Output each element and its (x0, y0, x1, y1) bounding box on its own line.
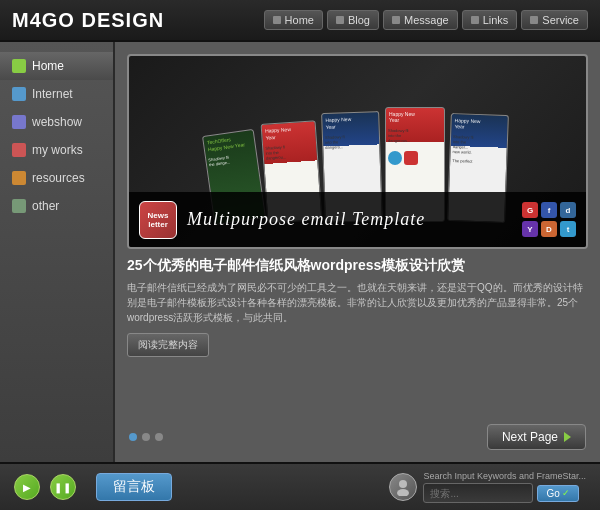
article-text: 电子邮件信纸已经成为了网民必不可少的工具之一。也就在天朝来讲，还是迟于QQ的。而… (127, 280, 588, 325)
featured-image: TechOffersHappy New Year Shadowy flithe … (127, 54, 588, 249)
nav-service[interactable]: Service (521, 10, 588, 30)
nav-links[interactable]: Links (462, 10, 518, 30)
dot-3[interactable] (155, 433, 163, 441)
dot-1[interactable] (129, 433, 137, 441)
social-icons: G f d Y D t (522, 202, 576, 237)
sidebar-item-webshow[interactable]: webshow (0, 108, 113, 136)
header: M4GO DESIGN Home Blog Message Links Serv… (0, 0, 600, 42)
myworks-icon (12, 143, 26, 157)
top-nav: Home Blog Message Links Service (264, 10, 588, 30)
svg-point-0 (399, 480, 407, 488)
delicious-icon[interactable]: d (560, 202, 576, 218)
logo: M4GO DESIGN (12, 9, 164, 32)
comment-button[interactable]: 留言板 (96, 473, 172, 501)
newsletter-banner: Newsletter Multipurpose email Template G… (129, 192, 586, 247)
home-icon (12, 59, 26, 73)
home-nav-icon (273, 16, 281, 24)
message-nav-icon (392, 16, 400, 24)
main-layout: Home Internet webshow my works resources… (0, 42, 600, 462)
internet-icon (12, 87, 26, 101)
nav-blog[interactable]: Blog (327, 10, 379, 30)
play-icon: ▶ (23, 482, 31, 493)
search-avatar-icon (389, 473, 417, 501)
links-nav-icon (471, 16, 479, 24)
newsletter-icon: Newsletter (139, 201, 177, 239)
pagination-dots (129, 433, 163, 441)
webshow-icon (12, 115, 26, 129)
nav-home[interactable]: Home (264, 10, 323, 30)
pagination-row: Next Page (127, 424, 588, 450)
search-area: Search Input Keywords and FrameStar... G… (389, 471, 586, 503)
sidebar-item-myworks[interactable]: my works (0, 136, 113, 164)
search-hint: Search Input Keywords and FrameStar... (423, 471, 586, 481)
sidebar-item-resources[interactable]: resources (0, 164, 113, 192)
nav-message[interactable]: Message (383, 10, 458, 30)
facebook-icon[interactable]: f (541, 202, 557, 218)
article-title: 25个优秀的电子邮件信纸风格wordpress模板设计欣赏 (127, 257, 588, 275)
twitter-icon[interactable]: t (560, 221, 576, 237)
yahoo-icon[interactable]: Y (522, 221, 538, 237)
dot-2[interactable] (142, 433, 150, 441)
next-page-button[interactable]: Next Page (487, 424, 586, 450)
digg-icon[interactable]: D (541, 221, 557, 237)
search-input[interactable] (423, 483, 533, 503)
pause-button[interactable]: ❚❚ (50, 474, 76, 500)
next-page-arrow-icon (564, 432, 571, 442)
pause-icon: ❚❚ (54, 482, 72, 493)
gmail-icon[interactable]: G (522, 202, 538, 218)
sidebar-item-home[interactable]: Home (0, 52, 113, 80)
go-button[interactable]: Go ✓ (537, 485, 578, 502)
play-button[interactable]: ▶ (14, 474, 40, 500)
sidebar: Home Internet webshow my works resources… (0, 42, 115, 462)
svg-point-1 (397, 489, 409, 496)
newsletter-title: Multipurpose email Template (187, 209, 425, 230)
other-icon (12, 199, 26, 213)
go-check-icon: ✓ (562, 488, 570, 498)
content-area: TechOffersHappy New Year Shadowy flithe … (115, 42, 600, 462)
footer: ▶ ❚❚ 留言板 Search Input Keywords and Frame… (0, 462, 600, 510)
service-nav-icon (530, 16, 538, 24)
sidebar-item-other[interactable]: other (0, 192, 113, 220)
sidebar-item-internet[interactable]: Internet (0, 80, 113, 108)
resources-icon (12, 171, 26, 185)
search-row: Go ✓ (423, 483, 586, 503)
blog-nav-icon (336, 16, 344, 24)
read-more-button[interactable]: 阅读完整内容 (127, 333, 209, 357)
article: 25个优秀的电子邮件信纸风格wordpress模板设计欣赏 电子邮件信纸已经成为… (127, 257, 588, 416)
search-wrapper: Search Input Keywords and FrameStar... G… (423, 471, 586, 503)
